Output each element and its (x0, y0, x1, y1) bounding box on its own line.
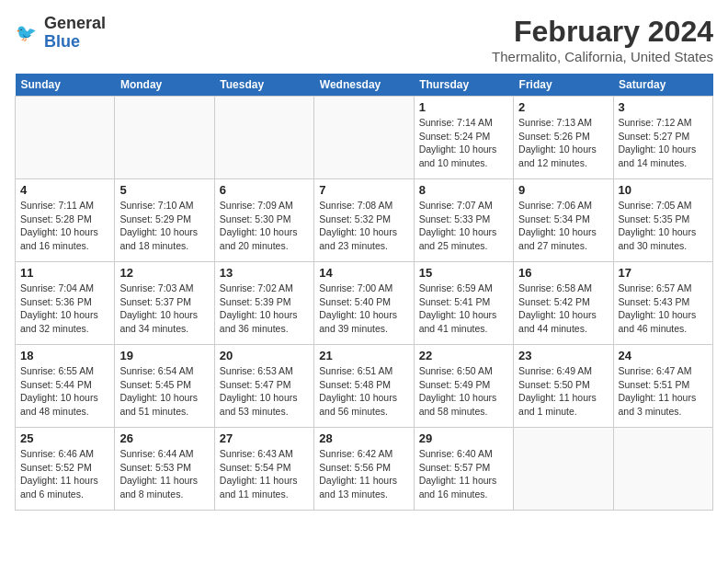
calendar-cell (115, 97, 214, 179)
cell-content: Sunrise: 7:04 AM Sunset: 5:36 PM Dayligh… (20, 282, 109, 336)
calendar-cell: 20Sunrise: 6:53 AM Sunset: 5:47 PM Dayli… (214, 345, 313, 428)
cell-content: Sunrise: 7:13 AM Sunset: 5:26 PM Dayligh… (518, 116, 608, 170)
calendar-cell: 16Sunrise: 6:58 AM Sunset: 5:42 PM Dayli… (514, 262, 613, 345)
calendar-cell: 3Sunrise: 7:12 AM Sunset: 5:27 PM Daylig… (613, 97, 712, 179)
cell-content: Sunrise: 6:58 AM Sunset: 5:42 PM Dayligh… (518, 282, 608, 336)
cell-content: Sunrise: 6:44 AM Sunset: 5:53 PM Dayligh… (119, 447, 209, 501)
date-number: 26 (119, 431, 209, 445)
week-row-4: 18Sunrise: 6:55 AM Sunset: 5:44 PM Dayli… (16, 345, 713, 428)
calendar-cell: 1Sunrise: 7:14 AM Sunset: 5:24 PM Daylig… (414, 97, 513, 179)
calendar-cell (613, 428, 712, 511)
cell-content: Sunrise: 7:02 AM Sunset: 5:39 PM Dayligh… (220, 282, 309, 336)
cell-content: Sunrise: 7:07 AM Sunset: 5:33 PM Dayligh… (419, 199, 508, 253)
logo: 🐦 General Blue (15, 15, 106, 52)
date-number: 10 (619, 183, 708, 197)
date-number: 22 (419, 349, 508, 362)
cell-content: Sunrise: 6:57 AM Sunset: 5:43 PM Dayligh… (619, 282, 708, 336)
svg-text:🐦: 🐦 (16, 22, 37, 42)
calendar-cell: 27Sunrise: 6:43 AM Sunset: 5:54 PM Dayli… (214, 428, 313, 511)
cell-content: Sunrise: 7:12 AM Sunset: 5:27 PM Dayligh… (619, 116, 708, 170)
cell-content: Sunrise: 7:09 AM Sunset: 5:30 PM Dayligh… (220, 199, 309, 253)
day-header-monday: Monday (115, 74, 214, 97)
calendar-cell: 24Sunrise: 6:47 AM Sunset: 5:51 PM Dayli… (613, 345, 712, 428)
calendar-table: SundayMondayTuesdayWednesdayThursdayFrid… (15, 74, 713, 511)
logo-icon: 🐦 (15, 20, 40, 46)
date-number: 8 (419, 183, 508, 197)
calendar-cell: 12Sunrise: 7:03 AM Sunset: 5:37 PM Dayli… (115, 262, 214, 345)
date-number: 4 (20, 183, 109, 197)
day-header-tuesday: Tuesday (214, 74, 313, 97)
calendar-cell: 22Sunrise: 6:50 AM Sunset: 5:49 PM Dayli… (414, 345, 513, 428)
date-number: 24 (619, 349, 708, 362)
calendar-cell: 26Sunrise: 6:44 AM Sunset: 5:53 PM Dayli… (115, 428, 214, 511)
cell-content: Sunrise: 6:53 AM Sunset: 5:47 PM Dayligh… (220, 364, 309, 419)
date-number: 27 (220, 431, 309, 445)
day-header-friday: Friday (514, 74, 613, 97)
date-number: 9 (518, 183, 608, 197)
cell-content: Sunrise: 6:50 AM Sunset: 5:49 PM Dayligh… (419, 364, 508, 419)
page-title: February 2024 (492, 15, 713, 49)
date-number: 12 (119, 266, 209, 280)
date-number: 14 (319, 266, 408, 280)
date-number: 11 (20, 266, 109, 280)
cell-content: Sunrise: 7:14 AM Sunset: 5:24 PM Dayligh… (419, 116, 508, 170)
calendar-cell: 7Sunrise: 7:08 AM Sunset: 5:32 PM Daylig… (314, 179, 414, 262)
calendar-cell: 19Sunrise: 6:54 AM Sunset: 5:45 PM Dayli… (115, 345, 214, 428)
date-number: 15 (419, 266, 508, 280)
date-number: 25 (20, 431, 109, 445)
date-number: 3 (619, 100, 708, 114)
date-number: 13 (220, 266, 309, 280)
date-number: 17 (619, 266, 708, 280)
page-header: 🐦 General Blue February 2024 Thermalito,… (15, 15, 713, 64)
title-area: February 2024 Thermalito, California, Un… (492, 15, 713, 64)
date-number: 23 (518, 349, 608, 362)
calendar-cell: 17Sunrise: 6:57 AM Sunset: 5:43 PM Dayli… (613, 262, 712, 345)
date-number: 28 (319, 431, 408, 445)
calendar-cell (514, 428, 613, 511)
calendar-cell: 29Sunrise: 6:40 AM Sunset: 5:57 PM Dayli… (414, 428, 513, 511)
week-row-5: 25Sunrise: 6:46 AM Sunset: 5:52 PM Dayli… (16, 428, 713, 511)
date-number: 6 (220, 183, 309, 197)
cell-content: Sunrise: 6:54 AM Sunset: 5:45 PM Dayligh… (119, 364, 209, 419)
day-header-saturday: Saturday (613, 74, 712, 97)
cell-content: Sunrise: 7:00 AM Sunset: 5:40 PM Dayligh… (319, 282, 408, 336)
cell-content: Sunrise: 7:03 AM Sunset: 5:37 PM Dayligh… (119, 282, 209, 336)
logo-text: General Blue (44, 15, 106, 52)
cell-content: Sunrise: 7:11 AM Sunset: 5:28 PM Dayligh… (20, 199, 109, 253)
date-number: 16 (518, 266, 608, 280)
day-header-wednesday: Wednesday (314, 74, 414, 97)
cell-content: Sunrise: 6:59 AM Sunset: 5:41 PM Dayligh… (419, 282, 508, 336)
calendar-cell: 18Sunrise: 6:55 AM Sunset: 5:44 PM Dayli… (16, 345, 115, 428)
date-number: 1 (419, 100, 508, 114)
calendar-cell: 25Sunrise: 6:46 AM Sunset: 5:52 PM Dayli… (16, 428, 115, 511)
cell-content: Sunrise: 6:43 AM Sunset: 5:54 PM Dayligh… (220, 447, 309, 501)
date-number: 7 (319, 183, 408, 197)
calendar-cell: 8Sunrise: 7:07 AM Sunset: 5:33 PM Daylig… (414, 179, 513, 262)
date-number: 18 (20, 349, 109, 362)
calendar-cell: 5Sunrise: 7:10 AM Sunset: 5:29 PM Daylig… (115, 179, 214, 262)
calendar-cell: 11Sunrise: 7:04 AM Sunset: 5:36 PM Dayli… (16, 262, 115, 345)
date-number: 5 (119, 183, 209, 197)
week-row-1: 1Sunrise: 7:14 AM Sunset: 5:24 PM Daylig… (16, 97, 713, 179)
calendar-cell: 21Sunrise: 6:51 AM Sunset: 5:48 PM Dayli… (314, 345, 414, 428)
calendar-cell: 28Sunrise: 6:42 AM Sunset: 5:56 PM Dayli… (314, 428, 414, 511)
calendar-cell (314, 97, 414, 179)
calendar-cell (214, 97, 313, 179)
date-number: 2 (518, 100, 608, 114)
calendar-cell: 10Sunrise: 7:05 AM Sunset: 5:35 PM Dayli… (613, 179, 712, 262)
cell-content: Sunrise: 6:51 AM Sunset: 5:48 PM Dayligh… (319, 364, 408, 419)
day-header-sunday: Sunday (16, 74, 115, 97)
cell-content: Sunrise: 6:49 AM Sunset: 5:50 PM Dayligh… (518, 364, 608, 419)
cell-content: Sunrise: 6:47 AM Sunset: 5:51 PM Dayligh… (619, 364, 708, 419)
days-header-row: SundayMondayTuesdayWednesdayThursdayFrid… (16, 74, 713, 97)
page-subtitle: Thermalito, California, United States (492, 49, 713, 64)
week-row-3: 11Sunrise: 7:04 AM Sunset: 5:36 PM Dayli… (16, 262, 713, 345)
calendar-cell: 23Sunrise: 6:49 AM Sunset: 5:50 PM Dayli… (514, 345, 613, 428)
cell-content: Sunrise: 7:08 AM Sunset: 5:32 PM Dayligh… (319, 199, 408, 253)
calendar-cell: 2Sunrise: 7:13 AM Sunset: 5:26 PM Daylig… (514, 97, 613, 179)
cell-content: Sunrise: 7:06 AM Sunset: 5:34 PM Dayligh… (518, 199, 608, 253)
cell-content: Sunrise: 6:42 AM Sunset: 5:56 PM Dayligh… (319, 447, 408, 501)
week-row-2: 4Sunrise: 7:11 AM Sunset: 5:28 PM Daylig… (16, 179, 713, 262)
day-header-thursday: Thursday (414, 74, 513, 97)
date-number: 21 (319, 349, 408, 362)
